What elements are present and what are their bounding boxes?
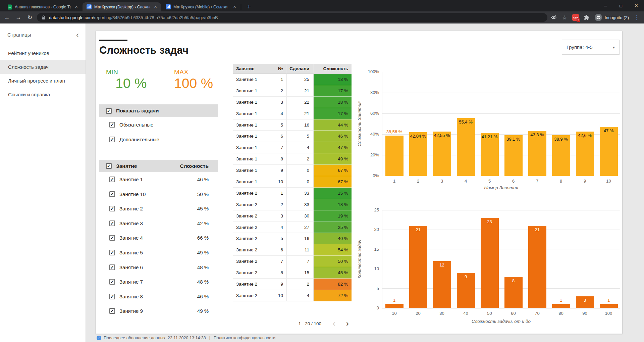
- bar-100[interactable]: [600, 304, 618, 308]
- bar-2[interactable]: [409, 132, 427, 176]
- bar-10[interactable]: [385, 304, 404, 308]
- lesson-filter-row[interactable]: ✓Занятие 949 %: [99, 304, 218, 318]
- sidebar-item-0[interactable]: Рейтинг учеников: [0, 46, 86, 60]
- checkbox-icon[interactable]: ✓: [109, 122, 115, 128]
- header-lesson[interactable]: Занятие: [233, 64, 270, 74]
- forward-button[interactable]: →: [13, 14, 24, 21]
- cell-done: 25: [287, 74, 314, 85]
- lesson-filter-row[interactable]: ✓Занятие 748 %: [99, 275, 218, 289]
- new-tab-button[interactable]: +: [245, 3, 253, 11]
- checkbox-icon[interactable]: ✓: [109, 206, 115, 211]
- sidebar-item-2[interactable]: Личный прогресс и план: [0, 74, 86, 88]
- gridline: [382, 72, 620, 72]
- adblock-extension-icon[interactable]: ABP 2: [572, 14, 579, 21]
- bar-20[interactable]: [409, 226, 427, 308]
- header-difficulty[interactable]: Сложность: [314, 64, 352, 74]
- lesson-filter-row[interactable]: ✓Занятие 1050 %: [99, 187, 218, 201]
- lesson-label: Занятие 2: [119, 206, 193, 211]
- maximize-button[interactable]: □: [613, 0, 629, 11]
- bar-70[interactable]: [528, 226, 546, 308]
- checkbox-icon[interactable]: ✓: [109, 137, 115, 142]
- close-button[interactable]: ×: [629, 0, 644, 11]
- bar-9[interactable]: [576, 132, 594, 176]
- incognito-indicator[interactable]: Incognito (2): [595, 14, 629, 21]
- privacy-policy-link[interactable]: Политика конфиденциальности: [214, 336, 275, 340]
- task-filter-header[interactable]: ✓ Показать задачи: [99, 104, 218, 117]
- incognito-icon: [595, 14, 602, 21]
- collapse-sidebar-icon[interactable]: ‹: [76, 32, 79, 38]
- cell-lesson: Занятие 2: [233, 279, 270, 290]
- table-row: Занятие 132218 %: [233, 97, 352, 108]
- lesson-filter-row[interactable]: ✓Занятие 549 %: [99, 245, 218, 260]
- browser-tab-desktop-report[interactable]: МатКружок (Desktop) › Сложно ×: [83, 2, 161, 11]
- lesson-filter-row[interactable]: ✓Занятие 146 %: [99, 172, 218, 187]
- cell-done: 7: [287, 256, 314, 267]
- extensions-puzzle-icon[interactable]: [584, 15, 590, 20]
- reload-button[interactable]: ↻: [24, 14, 36, 21]
- minimize-button[interactable]: ─: [598, 0, 613, 11]
- header-number[interactable]: №: [270, 64, 287, 74]
- tab-close-icon[interactable]: ×: [232, 4, 237, 10]
- bar-30[interactable]: [433, 261, 451, 308]
- bar-80[interactable]: [552, 304, 570, 308]
- lesson-difficulty-value: 48 %: [197, 279, 209, 285]
- bar-5[interactable]: [481, 133, 499, 176]
- checkbox-icon[interactable]: ✓: [109, 235, 115, 241]
- checkbox-icon[interactable]: ✓: [106, 163, 112, 169]
- bar-1[interactable]: [385, 136, 404, 176]
- lesson-filter-row[interactable]: ✓Занятие 342 %: [99, 216, 218, 231]
- table-row: Занятие 213315 %: [233, 188, 352, 199]
- tab-close-icon[interactable]: ×: [73, 4, 79, 10]
- previous-page-icon[interactable]: ‹: [333, 320, 335, 327]
- checkbox-icon[interactable]: ✓: [109, 221, 115, 226]
- cell-number: 3: [270, 210, 287, 222]
- browser-tab-sheets[interactable]: Анализ плюсников - Google Таб ×: [3, 2, 82, 11]
- checkbox-icon[interactable]: ✓: [109, 279, 115, 285]
- cell-done: 33: [287, 188, 314, 199]
- bar-50[interactable]: [481, 218, 499, 308]
- lesson-filter-row[interactable]: ✓Занятие 466 %: [99, 231, 218, 245]
- bar-value-label: 1: [607, 298, 610, 303]
- tab-close-icon[interactable]: ×: [153, 4, 158, 10]
- eye-off-icon[interactable]: [551, 14, 557, 20]
- checkbox-icon[interactable]: ✓: [109, 177, 115, 182]
- lesson-filter-header[interactable]: ✓ Занятие Сложность: [99, 160, 218, 172]
- y-tick-label: 15: [363, 247, 379, 252]
- sidebar-item-3[interactable]: Ссылки и справка: [0, 88, 86, 101]
- browser-menu-icon[interactable]: ⋮: [634, 14, 640, 21]
- bookmark-star-icon[interactable]: ☆: [562, 14, 567, 21]
- task-filter-option-required[interactable]: ✓ Обязательные: [99, 117, 218, 132]
- info-icon[interactable]: i: [97, 336, 101, 340]
- sidebar-item-1[interactable]: Сложность задач: [0, 60, 86, 74]
- checkbox-icon[interactable]: ✓: [106, 108, 112, 114]
- bar-10[interactable]: [600, 127, 618, 176]
- cell-done: 4: [287, 142, 314, 153]
- bar-3[interactable]: [433, 132, 451, 176]
- task-filter-option-additional[interactable]: ✓ Дополнительные: [99, 132, 218, 147]
- cell-difficulty: 17 %: [314, 85, 352, 97]
- checkbox-icon[interactable]: ✓: [109, 264, 115, 270]
- bar-7[interactable]: [528, 131, 546, 176]
- report-page-canvas: Сложность задач Группа: 4-5 ▾ MIN 10 % M…: [96, 31, 622, 334]
- bar-value-label: 38,9 %: [554, 137, 568, 142]
- checkbox-icon[interactable]: ✓: [109, 308, 115, 314]
- tasks-table: Занятие № Сделали Сложность Занятие 1125…: [233, 64, 352, 301]
- checkbox-icon[interactable]: ✓: [109, 191, 115, 197]
- lesson-filter-row[interactable]: ✓Занятие 648 %: [99, 260, 218, 275]
- address-bar[interactable]: datastudio.google.com/reporting/34576b9d…: [37, 13, 547, 22]
- checkbox-icon[interactable]: ✓: [109, 250, 115, 255]
- back-button[interactable]: ←: [1, 14, 13, 21]
- cell-done: 27: [287, 222, 314, 233]
- toolbar-icons: ☆ ABP 2 Incognito (2) ⋮: [551, 14, 640, 21]
- header-done[interactable]: Сделали: [287, 64, 314, 74]
- cell-difficulty: 47 %: [314, 142, 352, 153]
- lesson-filter-row[interactable]: ✓Занятие 846 %: [99, 289, 218, 304]
- lesson-filter-row[interactable]: ✓Занятие 245 %: [99, 201, 218, 216]
- browser-tab-mobile-report[interactable]: МатКружок (Mobile) › Ссылки ×: [162, 2, 240, 11]
- next-page-icon[interactable]: ›: [346, 320, 349, 327]
- checkbox-icon[interactable]: ✓: [109, 294, 115, 299]
- bar-4[interactable]: [457, 118, 475, 176]
- report-area: Сложность задач Группа: 4-5 ▾ MIN 10 % M…: [86, 23, 644, 342]
- group-filter-dropdown[interactable]: Группа: 4-5 ▾: [562, 40, 620, 55]
- table-row: Занятие 19067 %: [233, 165, 352, 176]
